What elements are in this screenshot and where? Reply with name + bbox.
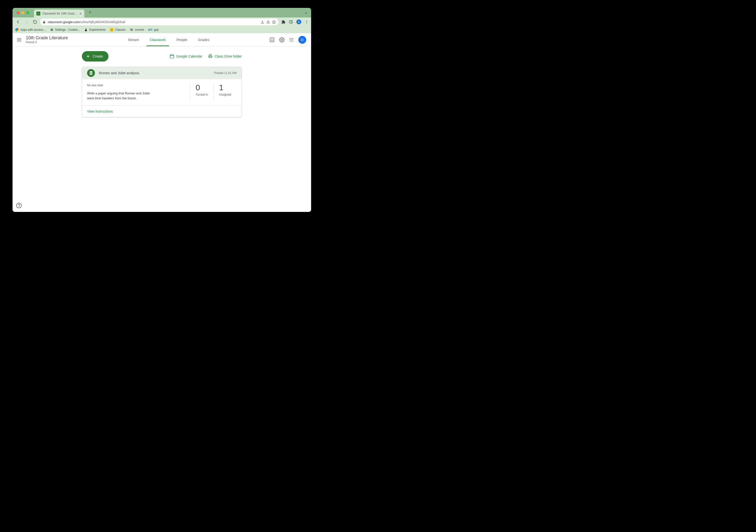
browser-tab-strip: Classwork for 10th Grade Liter...	[13, 8, 311, 17]
bookmark-current[interactable]: current	[130, 28, 144, 32]
tab-stream[interactable]: Stream	[126, 33, 140, 46]
bookmark-gcp[interactable]: API gcp	[148, 28, 159, 32]
browser-toolbar-right: D	[280, 19, 309, 24]
assignment-header[interactable]: Romeo and Juliet analysis. Posted 11:51 …	[82, 67, 241, 79]
view-instructions-link[interactable]: View instructions	[87, 109, 113, 113]
window-close-icon[interactable]	[16, 11, 19, 14]
tab-close-icon[interactable]	[79, 12, 82, 15]
bookmark-star-icon[interactable]	[272, 20, 276, 24]
share-icon[interactable]	[266, 20, 270, 24]
analytics-icon[interactable]	[269, 37, 275, 42]
browser-toolbar: classroom.google.com/u/0/w/NjEyMDI4ODIxM…	[13, 17, 311, 26]
help-icon[interactable]	[16, 202, 22, 208]
tab-grades[interactable]: Grades	[197, 33, 211, 46]
assignment-icon	[87, 69, 95, 77]
google-calendar-link[interactable]: Google Calendar	[170, 54, 202, 59]
bookmark-experiments[interactable]: Experiments	[84, 28, 106, 32]
assignment-posted: Posted 11:51 AM	[214, 71, 237, 75]
svg-point-10	[290, 38, 290, 39]
tab-title: Classwork for 10th Grade Liter...	[42, 12, 77, 15]
svg-point-18	[292, 41, 293, 41]
tab-classwork[interactable]: Classwork	[148, 33, 167, 46]
browser-tab[interactable]: Classwork for 10th Grade Liter...	[34, 10, 84, 17]
turned-in-label: Turned in	[196, 93, 208, 96]
bookmark-apps-access[interactable]: Apps with access...	[15, 28, 46, 32]
svg-point-9	[281, 39, 283, 40]
assigned-count: 1	[219, 84, 231, 92]
bookmark-label: Experiments	[89, 28, 106, 32]
lock-icon	[42, 20, 46, 24]
class-name: 10th Grade Literature	[26, 36, 68, 40]
svg-point-21	[19, 206, 19, 207]
folder-icon	[130, 28, 134, 32]
download-icon[interactable]	[260, 20, 264, 24]
svg-point-14	[291, 39, 292, 40]
class-drive-link[interactable]: Class Drive folder	[208, 54, 242, 59]
extensions-icon[interactable]	[281, 20, 285, 24]
svg-point-5	[307, 22, 307, 22]
assigned-label: Assigned	[219, 93, 231, 96]
bookmark-settings-cookie[interactable]: Settings - Cookie...	[50, 28, 80, 32]
svg-rect-3	[289, 21, 292, 23]
bookmark-label: Apps with access...	[20, 28, 46, 32]
settings-icon[interactable]	[279, 37, 284, 42]
svg-point-15	[292, 39, 293, 40]
google-icon	[15, 28, 19, 32]
app-header: 10th Grade Literature Period 3 Stream Cl…	[13, 33, 311, 46]
window-maximize-icon[interactable]	[26, 11, 29, 14]
bookmark-label: gcp	[154, 28, 159, 32]
window-controls	[16, 11, 29, 14]
new-tab-button[interactable]	[88, 11, 92, 15]
browser-menu-icon[interactable]	[305, 20, 309, 24]
browser-window: Classwork for 10th Grade Liter... classr…	[13, 8, 311, 212]
profile-avatar-icon[interactable]: D	[296, 19, 301, 24]
nav-reload-icon[interactable]	[32, 20, 38, 24]
assignment-card: Romeo and Juliet analysis. Posted 11:51 …	[82, 66, 242, 117]
main-menu-icon[interactable]	[16, 37, 22, 42]
classroom-icon	[110, 28, 114, 32]
create-label: Create	[93, 54, 103, 58]
assignment-title: Romeo and Juliet analysis.	[99, 71, 210, 75]
stat-turned-in[interactable]: 0 Turned in	[190, 84, 213, 100]
assignment-details: No due date Write a paper arguing that R…	[87, 84, 190, 100]
class-section: Period 3	[26, 40, 68, 44]
account-avatar[interactable]: D	[298, 36, 306, 44]
assignment-due: No due date	[87, 84, 190, 87]
gear-icon	[50, 28, 54, 32]
content-inner: Create Google Calendar Class Drive folde…	[82, 50, 242, 117]
tabs-dropdown-icon[interactable]	[304, 11, 308, 15]
bookmark-label: Classes	[115, 28, 126, 32]
nav-tabs: Stream Classwork People Grades	[68, 33, 269, 46]
svg-point-4	[307, 20, 307, 21]
classroom-favicon-icon	[37, 12, 40, 15]
svg-point-16	[290, 41, 290, 41]
class-header[interactable]: 10th Grade Literature Period 3	[26, 36, 68, 44]
drive-icon	[208, 54, 213, 59]
calendar-icon	[170, 54, 175, 59]
content-area: Create Google Calendar Class Drive folde…	[13, 46, 311, 212]
svg-point-12	[292, 38, 293, 39]
apps-grid-icon[interactable]	[289, 38, 294, 42]
svg-point-1	[38, 13, 39, 14]
assignment-footer: View instructions	[82, 105, 241, 117]
tab-people[interactable]: People	[175, 33, 189, 46]
panel-icon[interactable]	[289, 20, 293, 24]
nav-forward-icon	[23, 20, 30, 24]
svg-rect-19	[170, 55, 174, 58]
google-calendar-label: Google Calendar	[176, 54, 202, 58]
create-button[interactable]: Create	[82, 51, 108, 62]
bookmark-classes[interactable]: Classes	[110, 28, 126, 32]
assignment-description: Write a paper arguing that Romeo and Jul…	[87, 91, 151, 100]
action-row: Create Google Calendar Class Drive folde…	[82, 50, 242, 63]
api-icon: API	[148, 29, 152, 31]
url-text: classroom.google.com/u/0/w/NjEyMDI4ODIxM…	[48, 20, 258, 24]
nav-back-icon[interactable]	[15, 20, 21, 24]
svg-point-17	[291, 41, 292, 41]
plus-icon	[86, 54, 90, 59]
svg-point-11	[291, 38, 292, 39]
address-bar[interactable]: classroom.google.com/u/0/w/NjEyMDI4ODIxM…	[40, 18, 279, 25]
window-minimize-icon[interactable]	[21, 11, 24, 14]
bookmark-label: current	[135, 28, 144, 32]
assignment-body: No due date Write a paper arguing that R…	[82, 79, 241, 105]
stat-assigned[interactable]: 1 Assigned	[213, 84, 237, 100]
